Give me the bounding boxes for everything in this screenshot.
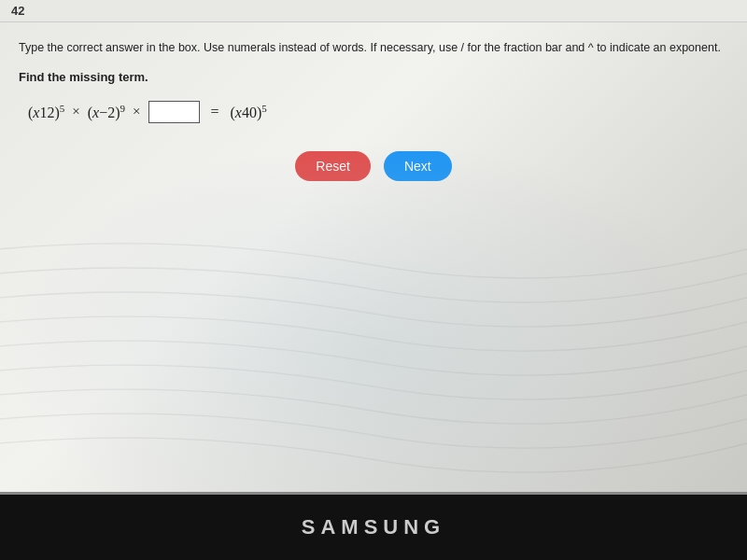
times-symbol-1: × — [72, 104, 79, 119]
equals-sign: = — [207, 104, 223, 120]
buttons-row: Reset Next — [19, 151, 728, 181]
answer-input[interactable] — [148, 101, 200, 123]
samsung-brand-label: SAMSUNG — [302, 515, 445, 539]
content-area: Type the correct answer in the box. Use … — [0, 22, 747, 198]
prompt-text: Find the missing term. — [19, 70, 728, 84]
term1: (x12)5 — [28, 103, 64, 121]
next-button[interactable]: Next — [384, 151, 452, 181]
top-bar: 42 — [0, 0, 747, 22]
reset-button[interactable]: Reset — [295, 151, 371, 181]
instructions-text: Type the correct answer in the box. Use … — [19, 39, 728, 57]
term2: (x−2)9 — [88, 103, 125, 121]
samsung-bar: SAMSUNG — [0, 495, 747, 560]
term3: (x40)5 — [231, 103, 267, 121]
times-symbol-2: × — [133, 104, 140, 119]
question-number: 42 — [11, 4, 24, 18]
equation-row: (x12)5 × (x−2)9 × = (x40)5 — [19, 101, 728, 123]
